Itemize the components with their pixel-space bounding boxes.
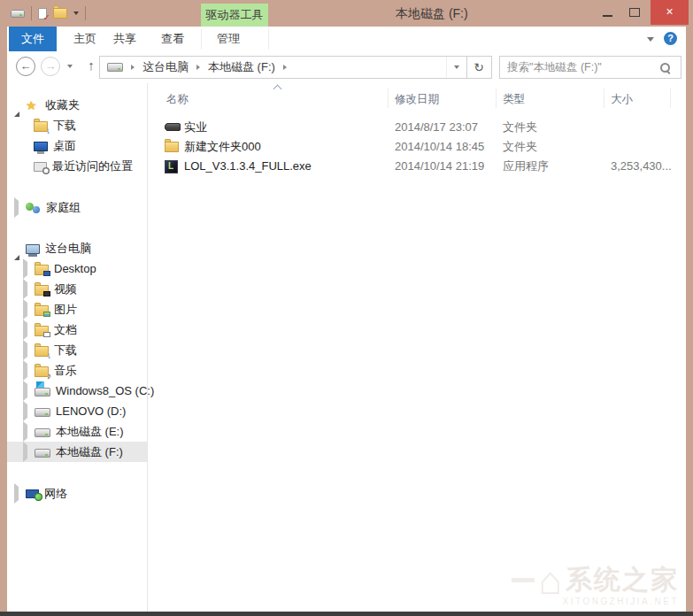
- sidebar-item-label: 网络: [44, 486, 67, 502]
- history-caret-icon[interactable]: [67, 65, 73, 68]
- sidebar-item-this-pc[interactable]: 这台电脑: [7, 238, 147, 258]
- file-date: 2014/8/17 23:07: [395, 118, 478, 137]
- expander-collapsed-icon[interactable]: [23, 421, 27, 442]
- application-icon: [165, 160, 178, 173]
- tab-file[interactable]: 文件: [9, 27, 57, 51]
- breadcrumb-this-pc[interactable]: 这台电脑: [142, 59, 189, 75]
- desktop-folder-icon: [35, 265, 49, 275]
- file-name[interactable]: 实业: [184, 118, 207, 137]
- folder-icon: [165, 142, 179, 152]
- expander-collapsed-icon[interactable]: [23, 299, 27, 320]
- file-row[interactable]: 实业 2014/8/17 23:07 文件夹: [148, 118, 686, 137]
- sidebar-item-label: 文档: [54, 322, 77, 338]
- forward-button[interactable]: [41, 57, 60, 76]
- sidebar-item-label: 桌面: [53, 138, 76, 154]
- computer-icon: [26, 244, 40, 254]
- back-button[interactable]: [16, 57, 35, 76]
- breadcrumb-caret-icon[interactable]: [283, 65, 287, 70]
- up-button[interactable]: [83, 56, 99, 75]
- tab-view[interactable]: 查看: [149, 27, 196, 51]
- sidebar-item-drive-e[interactable]: 本地磁盘 (E:): [7, 421, 147, 442]
- sidebar-item-desktop-folder[interactable]: Desktop: [7, 258, 147, 279]
- navigation-pane: 收藏夹 下载 桌面 最近访问的位置 家庭组: [7, 83, 147, 612]
- address-dropdown-icon[interactable]: [446, 57, 466, 78]
- separator: [85, 6, 86, 20]
- expander-collapsed-icon[interactable]: [23, 381, 27, 401]
- expander-collapsed-icon[interactable]: [23, 258, 27, 279]
- window-border-bottom: [0, 612, 693, 616]
- expander-collapsed-icon[interactable]: [14, 483, 19, 504]
- sidebar-item-recent-places[interactable]: 最近访问的位置: [7, 156, 147, 176]
- tab-share[interactable]: 共享: [101, 27, 149, 51]
- windows-drive-icon: [35, 388, 50, 397]
- sidebar-item-music[interactable]: 音乐: [7, 360, 147, 381]
- sidebar-item-drive-f-selected[interactable]: 本地磁盘 (F:): [7, 442, 147, 462]
- expander-collapsed-icon[interactable]: [14, 197, 19, 218]
- breadcrumb-current[interactable]: 本地磁盘 (F:): [208, 59, 275, 75]
- sidebar-item-favorites[interactable]: 收藏夹: [7, 95, 147, 115]
- sidebar-item-documents[interactable]: 文档: [7, 320, 147, 340]
- file-row[interactable]: 新建文件夹000 2014/10/14 18:45 文件夹: [148, 137, 686, 157]
- documents-folder-icon: [35, 326, 49, 336]
- search-icon[interactable]: [660, 63, 670, 73]
- sidebar-item-desktop[interactable]: 桌面: [7, 135, 147, 156]
- file-row[interactable]: LOL_V3.1.3.4_FULL.exe 2014/10/14 21:19 应…: [148, 157, 686, 176]
- sidebar-item-downloads[interactable]: 下载: [7, 115, 147, 135]
- sidebar-item-homegroup[interactable]: 家庭组: [7, 197, 147, 218]
- expander-collapsed-icon[interactable]: [23, 340, 27, 360]
- expander-collapsed-icon[interactable]: [23, 320, 27, 340]
- window-border-left: [0, 27, 7, 612]
- sidebar-item-label: 视频: [54, 281, 77, 297]
- titlebar: 驱动器工具 本地磁盘 (F:): [0, 0, 693, 27]
- sidebar-item-videos[interactable]: 视频: [7, 279, 147, 299]
- column-resize-handle[interactable]: [670, 89, 671, 108]
- file-name[interactable]: LOL_V3.1.3.4_FULL.exe: [184, 157, 312, 176]
- sidebar-item-network[interactable]: 网络: [7, 483, 147, 504]
- expander-collapsed-icon[interactable]: [23, 442, 27, 462]
- sidebar-item-downloads-pc[interactable]: 下载: [7, 340, 147, 360]
- column-resize-handle[interactable]: [496, 89, 497, 108]
- house-logo-icon: [538, 563, 562, 598]
- close-button[interactable]: [651, 0, 689, 25]
- column-resize-handle[interactable]: [604, 89, 604, 108]
- file-list: 名称 修改日期 类型 大小 实业 2014/8/17 23:07 文件夹 新建文…: [148, 83, 686, 612]
- refresh-button[interactable]: [466, 56, 492, 79]
- column-resize-handle[interactable]: [388, 89, 389, 108]
- address-bar[interactable]: 这台电脑 本地磁盘 (F:): [99, 56, 467, 79]
- expander-collapsed-icon[interactable]: [23, 401, 27, 421]
- column-header-size[interactable]: 大小: [611, 90, 633, 108]
- sidebar-item-drive-c[interactable]: Windows8_OS (C:): [7, 381, 147, 401]
- expander-expanded-icon[interactable]: [14, 98, 19, 117]
- drive-icon: [35, 428, 50, 437]
- expander-collapsed-icon[interactable]: [23, 279, 27, 299]
- file-name[interactable]: 新建文件夹000: [184, 137, 261, 157]
- drive-tools-contextual-tab[interactable]: 驱动器工具: [201, 4, 268, 27]
- column-header-date[interactable]: 修改日期: [395, 90, 439, 108]
- file-date: 2014/10/14 18:45: [395, 137, 484, 157]
- maximize-button[interactable]: [623, 0, 646, 25]
- properties-check-icon[interactable]: [38, 8, 47, 19]
- sidebar-item-pictures[interactable]: 图片: [7, 299, 147, 320]
- separator: [31, 6, 32, 20]
- expander-collapsed-icon[interactable]: [23, 360, 27, 381]
- file-size: 3,253,430...: [611, 157, 672, 176]
- expander-expanded-icon[interactable]: [14, 242, 19, 260]
- explorer-drive-icon[interactable]: [11, 10, 25, 18]
- new-folder-icon[interactable]: [53, 8, 67, 19]
- file-type: 文件夹: [503, 118, 537, 137]
- file-date: 2014/10/14 21:19: [395, 157, 484, 176]
- pictures-folder-icon: [35, 305, 49, 316]
- column-header-name[interactable]: 名称: [166, 90, 189, 108]
- help-icon[interactable]: [664, 32, 677, 45]
- tab-manage[interactable]: 管理: [204, 27, 252, 51]
- column-header-type[interactable]: 类型: [503, 90, 525, 108]
- sidebar-item-drive-d[interactable]: LENOVO (D:): [7, 401, 147, 421]
- breadcrumb-caret-icon[interactable]: [131, 65, 135, 70]
- ribbon-collapse-chevron-icon[interactable]: [647, 37, 654, 42]
- customize-caret-icon[interactable]: [73, 12, 79, 15]
- minimize-button[interactable]: [597, 0, 620, 25]
- breadcrumb-caret-icon[interactable]: [196, 65, 200, 70]
- star-icon: [26, 98, 40, 112]
- search-box[interactable]: 搜索"本地磁盘 (F:)": [499, 56, 681, 79]
- drive-icon: [35, 408, 50, 417]
